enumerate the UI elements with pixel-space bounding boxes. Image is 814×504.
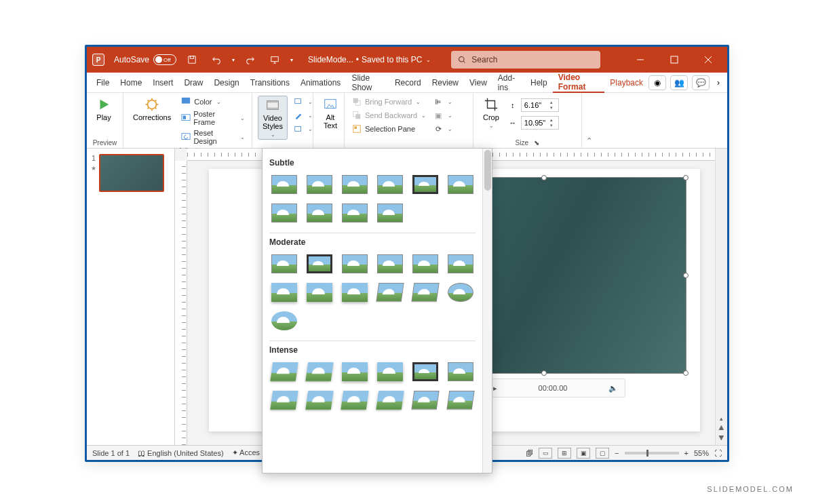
style-subtle-3[interactable]	[340, 173, 370, 196]
bring-forward-button[interactable]: Bring Forward⌄	[350, 96, 427, 108]
teams-icon[interactable]: 👥	[670, 75, 688, 90]
normal-view-icon[interactable]: ▭	[539, 448, 552, 459]
tab-insert[interactable]: Insert	[147, 73, 178, 92]
style-moderate-13[interactable]	[269, 309, 299, 332]
style-subtle-4[interactable]	[375, 173, 405, 196]
reading-view-icon[interactable]: ▣	[577, 448, 590, 459]
volume-icon[interactable]: 🔈	[608, 384, 618, 393]
style-moderate-8[interactable]	[305, 281, 334, 304]
style-moderate-3[interactable]	[340, 252, 370, 275]
zoom-in-icon[interactable]: +	[684, 449, 689, 457]
selection-pane-button[interactable]: Selection Pane	[350, 123, 427, 135]
video-border-button[interactable]: ⌄	[292, 109, 314, 121]
style-moderate-10[interactable]	[375, 281, 405, 304]
video-effects-button[interactable]: ⌄	[292, 123, 314, 135]
style-subtle-10[interactable]	[375, 201, 405, 225]
style-subtle-1[interactable]	[269, 173, 299, 196]
scroll-up-icon[interactable]: ▴	[720, 415, 723, 422]
zoom-slider[interactable]	[625, 452, 679, 454]
search-box[interactable]: Search	[451, 51, 600, 69]
style-subtle-5[interactable]	[410, 173, 440, 196]
style-moderate-5[interactable]	[410, 252, 440, 275]
style-intense-7[interactable]	[269, 389, 299, 412]
tab-transitions[interactable]: Transitions	[245, 73, 295, 92]
slide-thumbnail-1[interactable]	[99, 154, 164, 192]
tab-review[interactable]: Review	[427, 73, 464, 92]
send-backward-button[interactable]: Send Backward⌄	[350, 109, 427, 121]
next-slide-icon[interactable]: ⯆	[718, 434, 724, 441]
style-moderate-11[interactable]	[410, 281, 440, 304]
tab-record[interactable]: Record	[389, 73, 427, 92]
style-intense-4[interactable]	[375, 360, 405, 383]
zoom-level[interactable]: 55%	[694, 449, 709, 457]
tab-view[interactable]: View	[464, 73, 492, 92]
style-subtle-2[interactable]	[305, 173, 334, 196]
style-moderate-2[interactable]	[305, 252, 334, 275]
video-shape-button[interactable]: ⌄	[292, 96, 314, 108]
autosave-toggle[interactable]: AutoSave Off	[114, 54, 176, 65]
tab-file[interactable]: File	[91, 73, 115, 92]
style-intense-3[interactable]	[340, 360, 370, 383]
slideshow-icon[interactable]	[266, 53, 284, 66]
corrections-button[interactable]: Corrections	[129, 96, 175, 123]
save-icon[interactable]	[183, 53, 201, 66]
style-moderate-7[interactable]	[269, 281, 299, 304]
tab-animations[interactable]: Animations	[295, 73, 346, 92]
style-subtle-6[interactable]	[446, 173, 476, 196]
notes-icon[interactable]: 🗐	[526, 449, 533, 457]
align-button[interactable]: ⊫⌄	[431, 96, 454, 108]
tab-slideshow[interactable]: Slide Show	[346, 73, 389, 92]
style-subtle-8[interactable]	[305, 201, 334, 225]
slideshow-view-icon[interactable]: ▢	[596, 448, 609, 459]
tab-design[interactable]: Design	[208, 73, 244, 92]
reset-design-button[interactable]: Reset Design⌄	[179, 128, 246, 146]
style-moderate-6[interactable]	[446, 252, 476, 275]
style-intense-5[interactable]	[410, 360, 440, 383]
height-input[interactable]: 6.16"▴▾	[521, 98, 559, 112]
tab-video-format[interactable]: Video Format	[553, 73, 605, 93]
style-moderate-1[interactable]	[269, 252, 299, 275]
rotate-button[interactable]: ⟳⌄	[431, 123, 454, 135]
style-intense-2[interactable]	[305, 360, 334, 383]
style-intense-12[interactable]	[446, 389, 476, 412]
width-input[interactable]: 10.95"▴▾	[521, 116, 559, 130]
comments-icon[interactable]: 💬	[692, 75, 710, 90]
play-button[interactable]: Play	[92, 96, 115, 123]
vertical-scrollbar[interactable]: ▴ ⯅ ⯆	[715, 149, 727, 445]
slide-counter[interactable]: Slide 1 of 1	[92, 449, 130, 457]
style-intense-6[interactable]	[446, 360, 476, 383]
alt-text-button[interactable]: Alt Text	[319, 96, 342, 131]
tab-help[interactable]: Help	[525, 73, 553, 92]
style-subtle-9[interactable]	[340, 201, 370, 225]
maximize-button[interactable]	[661, 47, 688, 73]
style-moderate-9[interactable]	[340, 281, 370, 304]
group-button[interactable]: ▣⌄	[431, 109, 454, 121]
camera-icon[interactable]: ◉	[648, 75, 666, 90]
accessibility-indicator[interactable]: ✦ Acces	[232, 448, 260, 457]
gallery-scrollbar[interactable]	[482, 149, 492, 473]
next-frame-icon[interactable]: ▸	[493, 384, 497, 393]
video-styles-button[interactable]: Video Styles⌄	[258, 96, 288, 140]
poster-frame-button[interactable]: Poster Frame⌄	[179, 109, 246, 127]
tabs-overflow-icon[interactable]: ›	[714, 78, 723, 88]
ribbon-collapse-icon[interactable]: ⌃	[582, 93, 596, 148]
style-subtle-7[interactable]	[269, 201, 299, 225]
crop-button[interactable]: Crop⌄	[479, 96, 503, 130]
zoom-out-icon[interactable]: −	[615, 449, 619, 457]
tab-home[interactable]: Home	[115, 73, 147, 92]
tab-draw[interactable]: Draw	[178, 73, 208, 92]
style-intense-9[interactable]	[340, 389, 370, 412]
style-moderate-4[interactable]	[375, 252, 405, 275]
minimize-button[interactable]	[627, 47, 654, 73]
style-intense-10[interactable]	[375, 389, 405, 412]
tab-playback[interactable]: Playback	[604, 73, 648, 92]
tab-addins[interactable]: Add-ins	[492, 73, 525, 92]
close-button[interactable]	[695, 47, 722, 73]
undo-icon[interactable]	[208, 53, 225, 66]
prev-slide-icon[interactable]: ⯅	[718, 425, 724, 431]
redo-icon[interactable]	[241, 53, 259, 66]
color-button[interactable]: Color⌄	[179, 96, 246, 108]
style-intense-1[interactable]	[269, 360, 299, 383]
style-intense-11[interactable]	[410, 389, 440, 412]
style-intense-8[interactable]	[305, 389, 334, 412]
